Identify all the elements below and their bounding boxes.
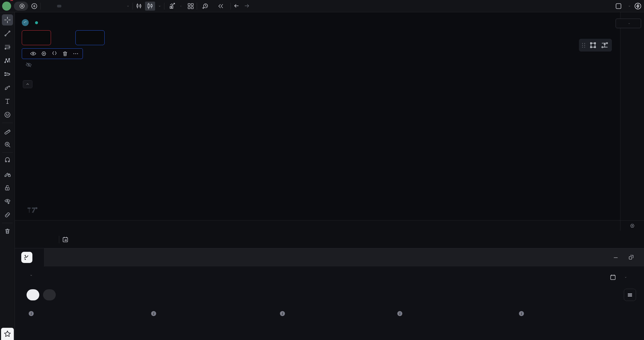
alarm-clock-icon xyxy=(202,3,209,10)
tab-overview-metrics[interactable] xyxy=(27,289,39,300)
magnet-mode-tool[interactable] xyxy=(2,155,13,166)
strategy-settings-icon[interactable] xyxy=(41,50,47,57)
report-layout-list-button[interactable] xyxy=(624,289,636,301)
timeframe-5m-selected[interactable] xyxy=(57,5,61,7)
measure-ruler-tool[interactable] xyxy=(2,125,13,137)
alerts-button[interactable] xyxy=(200,1,212,11)
calendar-icon xyxy=(609,274,616,281)
toolbar-drag-handle[interactable] xyxy=(582,43,585,48)
timeframe-2h[interactable] xyxy=(99,5,103,7)
brush-tool[interactable] xyxy=(2,82,13,93)
timeframe-15m[interactable] xyxy=(71,5,75,7)
timeframe-1d[interactable] xyxy=(112,5,117,7)
info-icon[interactable]: i xyxy=(397,311,402,316)
compare-add-icon[interactable] xyxy=(31,3,38,10)
rectangle-select-icon[interactable] xyxy=(589,41,597,49)
list-icon xyxy=(627,292,633,298)
emoji-tool[interactable] xyxy=(2,109,13,120)
eye-off-icon[interactable] xyxy=(25,62,32,68)
report-stats-row: i i i i i xyxy=(27,311,644,321)
tab-trade-list[interactable] xyxy=(43,289,56,300)
remove-drawings-tool[interactable] xyxy=(2,226,13,237)
favorites-star-button[interactable] xyxy=(1,328,14,340)
timeframe-1h[interactable] xyxy=(92,5,96,7)
range-5d-button[interactable] xyxy=(31,238,37,241)
chart-style-hollow-candles-icon[interactable] xyxy=(135,3,142,10)
time-axis[interactable] xyxy=(15,220,620,231)
lock-drawings-tool[interactable] xyxy=(2,182,13,193)
currency-toggle-button[interactable] xyxy=(616,19,641,28)
indicators-icon xyxy=(169,3,176,10)
toolbar-separator xyxy=(40,3,41,10)
publish-bolt-icon[interactable] xyxy=(634,2,642,10)
strategy-delete-icon[interactable] xyxy=(62,50,68,57)
tradingview-watermark-logo[interactable] xyxy=(27,206,39,216)
trend-line-tool[interactable] xyxy=(2,28,13,39)
buy-button[interactable] xyxy=(75,30,105,45)
date-range-bar xyxy=(15,231,644,248)
timeframe-4h[interactable] xyxy=(105,5,110,7)
horizontal-lines-tool[interactable] xyxy=(2,41,13,53)
hide-drawings-tool[interactable] xyxy=(2,196,13,207)
chart-legend[interactable] xyxy=(22,19,54,26)
replay-button[interactable] xyxy=(215,1,228,11)
stat-max-drawdown: i xyxy=(149,311,278,321)
sidebar-divider xyxy=(2,123,13,123)
minimize-panel-icon[interactable] xyxy=(613,254,619,261)
object-tree-link-tool[interactable] xyxy=(2,209,13,220)
fullscreen-icon[interactable] xyxy=(615,2,622,10)
axis-settings-corner[interactable] xyxy=(620,220,644,231)
timeframe-10m[interactable] xyxy=(64,5,68,7)
chart-style-chevron-icon[interactable] xyxy=(158,5,161,7)
strategy-more-icon[interactable] xyxy=(72,50,79,57)
layout-grid-icon[interactable] xyxy=(187,3,194,10)
info-icon[interactable]: i xyxy=(151,311,156,316)
hidden-indicator-legend[interactable] xyxy=(23,62,32,68)
crosshair-tool[interactable] xyxy=(2,14,13,26)
info-icon[interactable]: i xyxy=(29,311,34,316)
info-icon[interactable]: i xyxy=(280,311,285,316)
go-to-date-icon[interactable] xyxy=(62,236,69,243)
stay-in-drawing-mode-tool[interactable] xyxy=(2,169,13,180)
redo-icon[interactable] xyxy=(243,3,250,10)
currency-chevron-icon xyxy=(628,22,631,25)
chart-style-candles-selected[interactable] xyxy=(145,2,155,11)
timeframe-menu-chevron-icon[interactable] xyxy=(126,5,130,7)
range-all-button[interactable] xyxy=(50,238,56,241)
report-strategy-selector[interactable] xyxy=(27,274,33,277)
text-tool[interactable] xyxy=(2,96,13,107)
report-date-range-picker[interactable] xyxy=(609,274,628,281)
range-3m-button[interactable] xyxy=(44,238,50,241)
market-status-dot[interactable] xyxy=(35,21,38,24)
timeframe-1w[interactable] xyxy=(119,5,123,7)
strategy-visibility-eye-icon[interactable] xyxy=(30,50,36,57)
sell-button[interactable] xyxy=(22,30,51,45)
maximize-panel-icon[interactable] xyxy=(628,254,634,261)
range-1d-button[interactable] xyxy=(24,238,31,241)
price-chart-canvas[interactable] xyxy=(15,12,620,220)
timeframe-1m[interactable] xyxy=(43,5,48,7)
user-avatar[interactable] xyxy=(2,2,11,11)
report-body: i i i i i xyxy=(15,266,644,340)
strategy-legend[interactable] xyxy=(22,48,83,59)
axis-settings-gear-icon[interactable] xyxy=(629,223,635,229)
symbol-button[interactable] xyxy=(14,2,28,11)
zoom-in-tool[interactable] xyxy=(2,139,13,150)
timeframe-45m[interactable] xyxy=(85,5,89,7)
strategy-report-panel: i i i i i xyxy=(15,248,644,340)
timeframe-30m[interactable] xyxy=(78,5,82,7)
indicators-button[interactable] xyxy=(167,1,185,11)
legend-collapse-button[interactable] xyxy=(23,80,32,88)
save-menu-chevron-icon[interactable] xyxy=(628,5,631,7)
info-icon[interactable]: i xyxy=(519,311,524,316)
range-1m-button[interactable] xyxy=(37,238,44,241)
undo-icon[interactable] xyxy=(233,3,240,10)
price-range-icon[interactable] xyxy=(601,41,609,49)
forecast-tool[interactable] xyxy=(2,69,13,80)
timeframe-3m[interactable] xyxy=(50,5,54,7)
xabcd-pattern-tool[interactable] xyxy=(2,55,13,66)
strategy-source-code-icon[interactable] xyxy=(51,50,58,57)
price-axis[interactable] xyxy=(620,12,644,220)
tab-strategy-report[interactable] xyxy=(15,248,44,266)
panel-window-controls xyxy=(613,254,644,261)
